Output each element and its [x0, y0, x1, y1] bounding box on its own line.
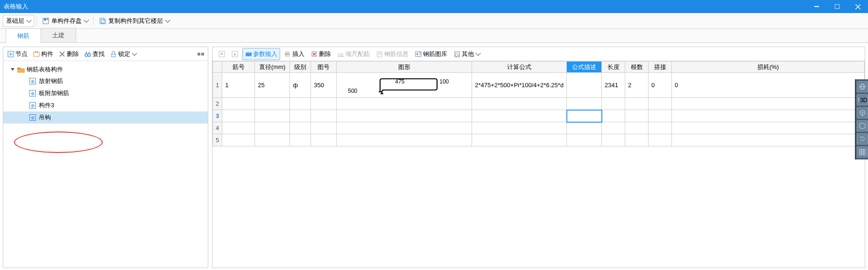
- copy-component-button[interactable]: 复制构件到其它楼层: [96, 15, 172, 27]
- cell[interactable]: 0: [649, 73, 672, 98]
- cell[interactable]: [290, 98, 311, 110]
- table-row[interactable]: 1 1 25 ф 350 500 475: [213, 73, 865, 98]
- cell[interactable]: [649, 134, 672, 146]
- cell[interactable]: [602, 110, 625, 122]
- cell[interactable]: [602, 98, 625, 110]
- maximize-button[interactable]: [827, 0, 847, 13]
- row-header[interactable]: 4: [213, 122, 222, 134]
- cell[interactable]: [290, 122, 311, 134]
- cell[interactable]: [649, 110, 672, 122]
- component-button[interactable]: 构件: [31, 48, 56, 60]
- cell[interactable]: [222, 122, 255, 134]
- cell[interactable]: [311, 134, 337, 146]
- cell[interactable]: [649, 98, 672, 110]
- tree-item-2[interactable]: ⊕ 构件3: [3, 99, 208, 111]
- rotate-button[interactable]: [857, 133, 868, 145]
- col-header[interactable]: 直径(mm): [255, 62, 290, 73]
- move-down-button[interactable]: [229, 49, 240, 59]
- table-row[interactable]: 4: [213, 122, 865, 134]
- cell[interactable]: [602, 134, 625, 146]
- cell[interactable]: [567, 134, 602, 146]
- tree-root[interactable]: 钢筋表格构件: [3, 64, 208, 75]
- table-row[interactable]: 3: [213, 110, 865, 122]
- shape-cell[interactable]: 500 475 100: [337, 73, 472, 98]
- col-header[interactable]: 损耗(%): [672, 62, 865, 73]
- cell[interactable]: [311, 98, 337, 110]
- tree-item-1[interactable]: ⊕ 板附加钢筋: [3, 87, 208, 99]
- tree-item-0[interactable]: ⊕ 放射钢筋: [3, 75, 208, 87]
- param-input-button[interactable]: ae 参数输入: [242, 48, 280, 60]
- col-header[interactable]: 长度: [602, 62, 625, 73]
- lock-button[interactable]: 锁定: [108, 48, 139, 60]
- cell[interactable]: [290, 110, 311, 122]
- cell[interactable]: 2: [625, 73, 649, 98]
- cell[interactable]: 1: [222, 73, 255, 98]
- cell[interactable]: 350: [311, 73, 337, 98]
- cell[interactable]: [567, 98, 602, 110]
- cell[interactable]: [625, 134, 649, 146]
- cube-3d-button[interactable]: 3D: [857, 94, 868, 105]
- cell[interactable]: [222, 110, 255, 122]
- globe-button[interactable]: [857, 81, 868, 92]
- node-button[interactable]: 节点: [5, 48, 30, 60]
- grid-wrap[interactable]: 筋号 直径(mm) 级别 图号 图形 计算公式 公式描述 长度 根数 搭接 损耗…: [212, 61, 865, 268]
- cell[interactable]: [625, 110, 649, 122]
- layer-dropdown[interactable]: 基础层: [3, 15, 34, 27]
- cell[interactable]: [567, 73, 602, 98]
- calc-button[interactable]: [857, 146, 868, 158]
- cell[interactable]: ф: [290, 73, 311, 98]
- cell[interactable]: 25: [255, 73, 290, 98]
- cell[interactable]: [472, 98, 567, 110]
- cell[interactable]: [311, 122, 337, 134]
- cell[interactable]: [337, 134, 472, 146]
- cell[interactable]: [602, 122, 625, 134]
- corner-cell[interactable]: [213, 62, 222, 73]
- cell[interactable]: [337, 122, 472, 134]
- col-header[interactable]: 图号: [311, 62, 337, 73]
- col-header[interactable]: 根数: [625, 62, 649, 73]
- cell[interactable]: [472, 110, 567, 122]
- info-button[interactable]: 钢筋信息: [374, 48, 411, 60]
- cell[interactable]: [472, 122, 567, 134]
- table-row[interactable]: 5: [213, 134, 865, 146]
- cell[interactable]: [649, 122, 672, 134]
- delete-button[interactable]: 删除: [56, 48, 81, 60]
- cell[interactable]: [255, 134, 290, 146]
- other-button[interactable]: 其他: [452, 48, 482, 60]
- tree-item-3[interactable]: ⊕ 吊钩: [3, 111, 208, 124]
- cell[interactable]: [255, 122, 290, 134]
- cell[interactable]: [255, 110, 290, 122]
- row-header[interactable]: 5: [213, 134, 222, 146]
- close-button[interactable]: [847, 0, 868, 13]
- cell[interactable]: [567, 122, 602, 134]
- cell[interactable]: [672, 122, 865, 134]
- minimize-button[interactable]: [806, 0, 827, 13]
- col-header[interactable]: 筋号: [222, 62, 255, 73]
- find-button[interactable]: 查找: [82, 48, 107, 60]
- cell[interactable]: [472, 134, 567, 146]
- active-cell[interactable]: [567, 110, 602, 122]
- move-up-button[interactable]: [216, 49, 227, 59]
- cell[interactable]: [672, 98, 865, 110]
- cube-button[interactable]: [857, 107, 868, 118]
- scale-button[interactable]: 缩尺配筋: [335, 48, 372, 60]
- col-header-highlighted[interactable]: 公式描述: [567, 62, 602, 73]
- cell[interactable]: [337, 98, 472, 110]
- cell[interactable]: 0: [672, 73, 865, 98]
- delete-row-button[interactable]: 删除: [309, 48, 333, 60]
- cell[interactable]: [290, 134, 311, 146]
- cell[interactable]: [255, 98, 290, 110]
- cube-var-button[interactable]: [857, 120, 868, 132]
- col-header[interactable]: 搭接: [649, 62, 672, 73]
- col-header[interactable]: 图形: [337, 62, 472, 73]
- tab-civil[interactable]: 土建: [41, 28, 76, 42]
- row-header[interactable]: 3: [213, 110, 222, 122]
- table-row[interactable]: 2: [213, 98, 865, 110]
- cell[interactable]: [311, 110, 337, 122]
- row-header[interactable]: 1: [213, 73, 222, 98]
- col-header[interactable]: 计算公式: [472, 62, 567, 73]
- save-component-button[interactable]: 单构件存盘: [39, 15, 91, 27]
- cell[interactable]: 2*475+2*500+Pi*100/4+2*6.25*d: [472, 73, 567, 98]
- cell[interactable]: [337, 110, 472, 122]
- insert-button[interactable]: 插入: [282, 48, 307, 60]
